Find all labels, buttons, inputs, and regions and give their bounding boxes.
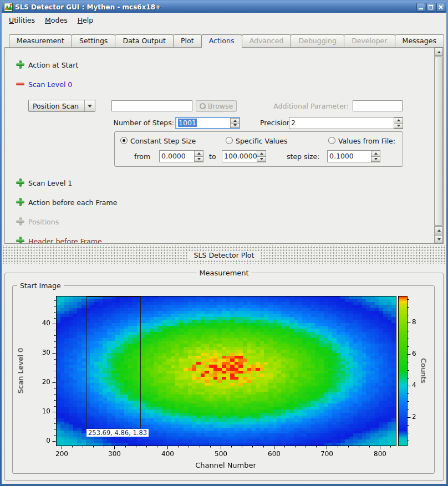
from-label: from: [134, 152, 150, 161]
tab-actions[interactable]: Actions: [201, 34, 242, 48]
spin-down-button[interactable]: [371, 157, 380, 162]
menu-modes[interactable]: Modes: [40, 14, 73, 26]
expand-plus-icon[interactable]: [16, 178, 24, 187]
splitter-handle[interactable]: SLS Detector Plot: [2, 245, 446, 264]
spin-down-button[interactable]: [394, 124, 403, 129]
tab-settings[interactable]: Settings: [72, 34, 115, 47]
spin-up-button[interactable]: [194, 151, 203, 157]
expand-plus-icon[interactable]: [16, 198, 24, 206]
chevron-down-icon[interactable]: [84, 100, 95, 111]
spin-up-button[interactable]: [371, 151, 380, 157]
action-item-label: Action before each Frame: [28, 198, 117, 207]
measurement-groupbox: Measurement Start Image Scan Level 0 Cha…: [4, 273, 444, 481]
step-size-spinbox[interactable]: 0.1000: [327, 150, 380, 162]
tab-data-output[interactable]: Data Output: [115, 34, 173, 47]
scan-mode-value: Position Scan: [29, 102, 84, 110]
step-size-value[interactable]: 0.1000: [329, 152, 354, 160]
zoom-selection-rect: [86, 296, 141, 428]
app-icon: [4, 3, 13, 12]
from-value[interactable]: 0.0000: [161, 152, 186, 160]
menu-help[interactable]: Help: [73, 14, 99, 26]
close-button[interactable]: [436, 3, 445, 12]
browse-button-label: Browse: [208, 102, 233, 110]
start-image-groupbox: Start Image Scan Level 0 Channel Number …: [12, 285, 435, 474]
radio-values-from-file-label: Values from File:: [338, 137, 395, 145]
actions-tab-panel: Action at Start Scan Level 0 Position Sc…: [4, 47, 444, 244]
spin-up-button[interactable]: [257, 151, 266, 157]
action-item-label: Action at Start: [28, 61, 78, 69]
number-of-steps-value[interactable]: 1001: [178, 119, 197, 127]
scroll-up-button[interactable]: [435, 48, 443, 56]
radio-values-from-file[interactable]: [328, 137, 335, 144]
axes-canvas: [13, 286, 435, 474]
menubar: UtilitiesModesHelp: [2, 13, 446, 27]
plot-area: Scan Level 0 Channel Number Counts 253.6…: [13, 286, 434, 473]
colorbar-title: Counts: [420, 358, 428, 383]
scroll-thumb[interactable]: [435, 57, 443, 226]
additional-parameter-label: Additional Parameter:: [260, 102, 349, 110]
from-spinbox[interactable]: 0.0000: [159, 150, 203, 162]
action-item-label: Scan Level 0: [28, 80, 72, 89]
tab-bar: MeasurementSettingsData OutputPlotAction…: [9, 34, 444, 47]
number-of-steps-label: Number of Steps:: [105, 119, 174, 127]
scroll-up-button-bottom[interactable]: [435, 226, 443, 234]
plot-panel: Measurement Start Image Scan Level 0 Cha…: [2, 264, 446, 484]
y-axis-title: Scan Level 0: [17, 348, 25, 393]
collapse-minus-icon[interactable]: [16, 80, 24, 88]
spin-up-button[interactable]: [394, 117, 403, 124]
tab-developer: Developer: [344, 34, 395, 47]
x-axis-title: Channel Number: [195, 461, 256, 469]
spin-up-button[interactable]: [230, 118, 239, 124]
spin-down-button[interactable]: [230, 124, 239, 129]
expand-plus-icon[interactable]: [16, 60, 24, 69]
precision-value[interactable]: 2: [291, 119, 296, 127]
to-value[interactable]: 100.0000: [224, 152, 257, 160]
expand-plus-icon[interactable]: [16, 237, 24, 244]
additional-parameter-input[interactable]: [353, 100, 403, 111]
tab-measurement[interactable]: Measurement: [9, 34, 72, 47]
tab-advanced: Advanced: [242, 34, 292, 47]
precision-spinbox[interactable]: 2: [289, 117, 403, 129]
action-item-label: Scan Level 1: [28, 179, 72, 187]
browse-button: Browse: [196, 100, 237, 112]
maximize-button[interactable]: [426, 3, 435, 12]
radio-specific-values[interactable]: [226, 137, 233, 144]
to-label: to: [209, 152, 216, 161]
scroll-down-button[interactable]: [435, 235, 443, 243]
number-of-steps-spinbox[interactable]: 1001: [175, 117, 240, 129]
radio-constant-step-size[interactable]: [120, 137, 128, 144]
scan-mode-combobox[interactable]: Position Scan: [28, 100, 95, 112]
tab-debugging: Debugging: [291, 34, 344, 47]
cursor-position-tooltip: 253.69, 4.86, 1.83: [86, 429, 149, 437]
browse-folder-icon: [200, 103, 206, 109]
window-title: SLS Detector GUI : Mythen - mcs6x18+: [15, 3, 416, 11]
radio-specific-values-label: Specific Values: [236, 137, 287, 145]
expand-plus-icon: [16, 217, 24, 226]
action-item-label: Positions: [28, 218, 59, 226]
precision-label: Precision:: [257, 119, 293, 127]
app-window: SLS Detector GUI : Mythen - mcs6x18+ Uti…: [0, 0, 448, 486]
action-item-label: Header before Frame: [28, 237, 102, 244]
minimize-button[interactable]: [416, 3, 425, 12]
step-size-groupbox: Constant Step Size Specific Values Value…: [114, 131, 403, 167]
menu-utilities[interactable]: Utilities: [4, 14, 40, 26]
spin-down-button[interactable]: [194, 157, 203, 162]
titlebar[interactable]: SLS Detector GUI : Mythen - mcs6x18+: [2, 1, 446, 13]
to-spinbox[interactable]: 100.0000: [222, 150, 266, 162]
step-size-label: step size:: [287, 152, 319, 161]
radio-constant-step-size-label: Constant Step Size: [130, 137, 196, 145]
scan-script-input[interactable]: [111, 100, 192, 111]
spin-down-button[interactable]: [257, 157, 266, 162]
measurement-groupbox-title: Measurement: [196, 269, 251, 277]
vertical-scrollbar[interactable]: [434, 48, 443, 243]
plot-dock-title: SLS Detector Plot: [187, 251, 261, 259]
tab-messages[interactable]: Messages: [395, 34, 445, 47]
tab-plot[interactable]: Plot: [173, 34, 202, 47]
